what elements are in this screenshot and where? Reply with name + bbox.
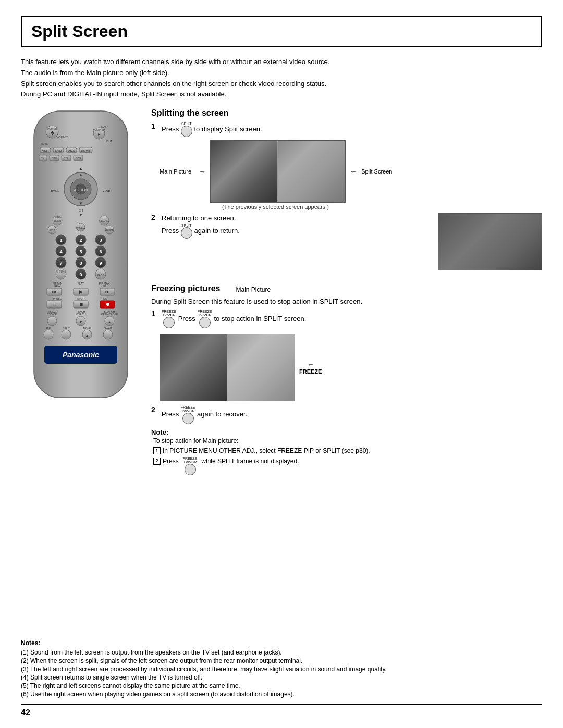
football-image — [438, 213, 542, 270]
freeze-step-1-number: 1 — [151, 310, 158, 318]
svg-text:DTV: DTV — [52, 157, 57, 160]
svg-text:1: 1 — [59, 238, 62, 243]
split-image-row: Main Picture → ← Split Screen — [160, 140, 542, 203]
svg-text:6: 6 — [99, 249, 102, 254]
svg-point-96 — [47, 316, 57, 326]
football-image-area — [438, 213, 542, 270]
note-freeze-btn: FREEZE TV/VCR — [183, 456, 198, 475]
svg-text:VCR: VCR — [42, 149, 49, 152]
svg-text:EXIT: EXIT — [49, 229, 55, 232]
splitting-step-2: 2 Returning to one screen. Press SPLIT a… — [151, 213, 542, 270]
freeze-label-area: ← FREEZE — [299, 360, 322, 375]
note-item2-press: Press — [163, 456, 179, 466]
svg-text:CBL: CBL — [64, 157, 69, 160]
svg-text:◀VOL: ◀VOL — [50, 189, 59, 192]
svg-text:TV: TV — [41, 157, 45, 160]
intro-line-1: This feature lets you watch two differen… — [21, 57, 542, 68]
svg-text:▲: ▲ — [85, 334, 89, 337]
svg-text:0: 0 — [79, 272, 82, 277]
svg-text:OPEN/CLOSE: OPEN/CLOSE — [101, 313, 118, 316]
svg-text:MENU: MENU — [54, 219, 62, 223]
freeze-img-left — [160, 334, 227, 401]
title-box: Split Screen — [21, 16, 542, 47]
freeze-step-1-content: FREEZE TV/VCR Press FREEZE TV/VCR to sto… — [162, 310, 542, 330]
svg-text:REW: REW — [54, 285, 60, 288]
step-2-line1: Returning to one screen. — [162, 213, 424, 224]
svg-text:7: 7 — [59, 261, 62, 266]
svg-text:8: 8 — [79, 261, 82, 266]
step-2-number: 2 — [151, 213, 158, 221]
step-2-text2: again to return. — [194, 227, 239, 235]
svg-text:SWAP: SWAP — [104, 327, 112, 330]
note-item-1-text: In PICTURE MENU OTHER ADJ., select FREEZ… — [163, 446, 370, 456]
note-3: (3) The left and right screen are proces… — [21, 665, 542, 673]
arrow-to-img: → — [199, 167, 206, 176]
freeze-step-2-number: 2 — [151, 405, 158, 414]
note-box: Note: To stop action for Main picture: 1… — [151, 428, 542, 475]
freeze-image-area: ← FREEZE — [160, 334, 542, 401]
note-5: (5) The right and left screens cannot di… — [21, 682, 542, 689]
svg-text:DBS: DBS — [76, 157, 81, 160]
note-item-1: 1 In PICTURE MENU OTHER ADJ., select FRE… — [153, 446, 542, 456]
main-picture-label: Main Picture — [160, 168, 191, 175]
instructions-column: Splitting the screen 1 Press SPLIT to di… — [151, 108, 542, 624]
svg-text:PAUSE: PAUSE — [53, 297, 62, 300]
svg-text:DVD: DVD — [55, 149, 62, 152]
freeze-step-1-btns: FREEZE TV/VCR Press FREEZE TV/VCR to sto… — [162, 310, 542, 328]
svg-text:▲: ▲ — [79, 166, 83, 171]
svg-text:ASPECT: ASPECT — [57, 135, 68, 139]
split-btn2-stack: SPLIT — [181, 224, 192, 239]
split-button-stack: SPLIT — [181, 122, 192, 137]
step-2-press: Press — [162, 227, 181, 235]
svg-point-113 — [103, 330, 113, 339]
svg-text:4: 4 — [59, 249, 62, 254]
note-4: (4) Split screen returns to single scree… — [21, 674, 542, 681]
svg-text:5: 5 — [79, 249, 82, 254]
freeze-img-right — [227, 334, 295, 401]
remote-control: POWER ⏻ SAP ASPECT TV/VIDEO ▶ MUTE LIGHT — [23, 108, 138, 402]
freeze-step2-text2: again to recover. — [197, 411, 247, 418]
svg-text:STOP: STOP — [77, 297, 84, 300]
freezing-description: During Split Screen this feature is used… — [151, 298, 542, 305]
freeze-tag-label: FREEZE — [299, 368, 322, 375]
step-2-content: Returning to one screen. Press SPLIT aga… — [162, 213, 424, 239]
freezing-step-2: 2 Press FREEZE TV/VCR again to recover. — [151, 405, 542, 424]
split-img-left-panel — [211, 141, 278, 202]
freeze-image — [160, 334, 295, 401]
freeze-step2-press: Press — [162, 411, 181, 418]
splitting-heading: Splitting the screen — [151, 108, 542, 118]
main-picture-label-area: Main Picture — [160, 168, 191, 175]
svg-text:⏭: ⏭ — [105, 289, 110, 294]
svg-text:▼: ▼ — [79, 213, 83, 217]
intro-line-2: The audio is from the Main picture only … — [21, 68, 542, 79]
svg-text:2: 2 — [79, 238, 82, 243]
intro-text: This feature lets you watch two differen… — [21, 57, 542, 100]
freeze-circle2 — [199, 317, 211, 328]
split-screen-image-area: Main Picture → ← Split Screen (The previ… — [160, 140, 542, 210]
svg-text:PIP: PIP — [46, 327, 51, 330]
page-title: Split Screen — [31, 22, 532, 41]
svg-text:9: 9 — [99, 261, 102, 266]
main-content: POWER ⏻ SAP ASPECT TV/VIDEO ▶ MUTE LIGHT — [21, 108, 542, 624]
note-2: (2) When the screen is split, signals of… — [21, 657, 542, 664]
page-number: 42 — [21, 708, 30, 718]
svg-text:LIGHT: LIGHT — [105, 140, 113, 143]
note-line1: To stop action for Main picture: — [153, 436, 542, 446]
step-2-line2: Press SPLIT again to return. — [162, 224, 424, 239]
split-btn2-label: SPLIT — [181, 224, 191, 227]
freeze-step2-btn: FREEZE TV/VCR — [181, 405, 195, 424]
note-num-2: 2 — [153, 458, 161, 465]
step-1-press-text: Press — [162, 125, 181, 133]
svg-text:⏻: ⏻ — [51, 131, 54, 135]
svg-text:PAGE▲: PAGE▲ — [76, 226, 85, 229]
freezing-section: Freezing pictures Main Picture During Sp… — [151, 284, 542, 475]
svg-text:RECALL: RECALL — [99, 219, 109, 223]
svg-text:SAP: SAP — [101, 125, 107, 128]
split-btn2-circle — [181, 227, 192, 239]
note-content: To stop action for Main picture: 1 In PI… — [153, 436, 542, 475]
freezing-heading: Freezing pictures — [151, 284, 220, 293]
svg-text:GUIDE: GUIDE — [105, 229, 114, 232]
svg-text:⏺: ⏺ — [105, 302, 110, 307]
freeze-step-2-content: Press FREEZE TV/VCR again to recover. — [162, 405, 542, 424]
page-container: Split Screen This feature lets you watch… — [0, 0, 563, 728]
